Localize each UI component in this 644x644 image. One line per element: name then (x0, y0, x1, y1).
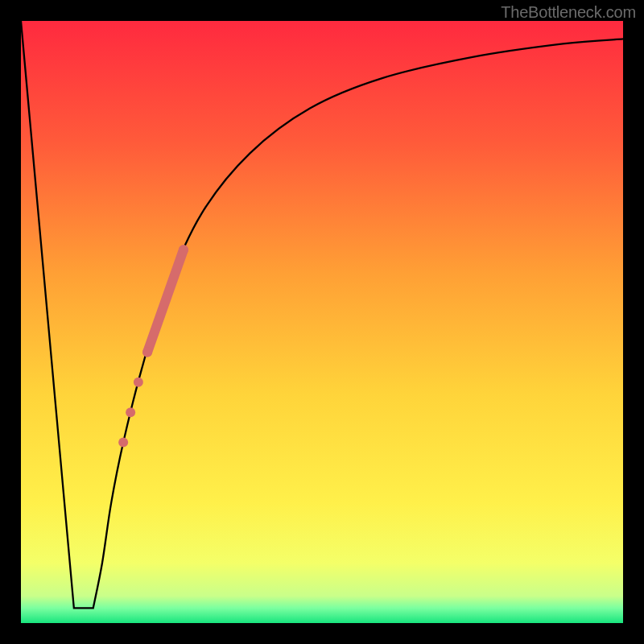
chart-frame: TheBottleneck.com (0, 0, 644, 644)
highlight-dot (118, 438, 128, 448)
highlight-dots (118, 378, 143, 448)
highlight-dot (134, 378, 143, 387)
bottleneck-curve-path (21, 21, 623, 608)
attribution-label: TheBottleneck.com (501, 3, 636, 22)
highlight-dot (126, 407, 135, 417)
highlight-segment (147, 250, 184, 352)
plot-area (21, 21, 623, 623)
bottleneck-curve (21, 21, 623, 623)
highlight-segment-cap-top (179, 245, 188, 254)
highlight-segment-cap-bottom (142, 347, 152, 357)
